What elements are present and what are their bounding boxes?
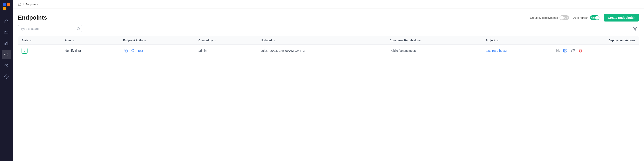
copy-icon[interactable] <box>123 48 128 53</box>
edit-icon[interactable] <box>562 48 568 53</box>
table-row: D identify (iris) <box>18 45 639 57</box>
column-alias[interactable]: Alias ⇅ <box>62 36 120 45</box>
cell-alias: identify (iris) <box>62 45 120 57</box>
svg-line-11 <box>134 51 134 52</box>
cell-created-by: admin <box>195 45 258 57</box>
auto-refresh-label: Auto refresh <box>573 16 588 19</box>
page-title: Endpoints <box>18 14 47 21</box>
sidebar-item-folder[interactable] <box>2 28 11 37</box>
column-state[interactable]: State ⇅ <box>18 36 62 45</box>
svg-rect-1 <box>6 43 6 45</box>
svg-marker-8 <box>633 27 637 30</box>
inspect-icon[interactable] <box>130 48 136 53</box>
cell-state: D <box>18 45 62 57</box>
sidebar-nav <box>0 15 13 83</box>
delete-icon[interactable] <box>578 48 583 53</box>
group-by-toggle[interactable]: Off <box>560 15 569 20</box>
cell-deployment-actions: iris <box>553 45 639 57</box>
test-link[interactable]: Test <box>138 49 143 52</box>
refresh-icon[interactable] <box>570 48 576 53</box>
endpoints-table: State ⇅ Alias ⇅ Endpoint Actions Created… <box>18 36 639 57</box>
table-container: State ⇅ Alias ⇅ Endpoint Actions Created… <box>13 36 644 161</box>
sidebar <box>0 0 13 161</box>
home-breadcrumb-icon[interactable] <box>18 2 21 6</box>
project-link[interactable]: test-1030-beta2 <box>486 49 507 52</box>
app-logo <box>0 0 13 13</box>
svg-point-6 <box>77 27 80 30</box>
breadcrumb-current-page: Endpoints <box>26 3 38 6</box>
search-icon <box>77 27 80 30</box>
column-created-by[interactable]: Created by ⇅ <box>195 36 258 45</box>
deployment-actions-group: iris <box>556 48 635 53</box>
endpoint-actions-group: Test <box>123 48 192 53</box>
table-header: State ⇅ Alias ⇅ Endpoint Actions Created… <box>18 36 639 45</box>
group-by-label: Group by deployments <box>530 16 558 19</box>
filter-icon <box>633 27 637 31</box>
create-endpoint-button[interactable]: Create Endpoint(s) <box>604 14 639 21</box>
header-controls: Group by deployments Off Auto refresh On… <box>530 14 639 21</box>
sidebar-item-chart[interactable] <box>2 39 11 48</box>
column-endpoint-actions: Endpoint Actions <box>120 36 195 45</box>
search-wrapper <box>18 25 82 32</box>
group-by-toggle-label: Off <box>564 16 568 19</box>
column-updated[interactable]: Updated ⇅ <box>258 36 386 45</box>
sidebar-item-endpoints[interactable] <box>2 50 11 59</box>
svg-point-5 <box>6 76 7 77</box>
svg-line-7 <box>79 29 80 30</box>
breadcrumb: / Endpoints <box>13 0 644 9</box>
cell-endpoint-actions: Test <box>120 45 195 57</box>
main-content: / Endpoints Endpoints Group by deploymen… <box>13 0 644 161</box>
sidebar-item-home[interactable] <box>2 17 11 26</box>
breadcrumb-separator: / <box>23 3 24 6</box>
auto-refresh-toggle-label: On <box>591 16 595 19</box>
search-button[interactable] <box>77 27 80 30</box>
svg-rect-0 <box>5 43 6 45</box>
svg-rect-9 <box>126 50 128 52</box>
column-consumer-permissions: Consumer Permissions <box>386 36 482 45</box>
group-by-control: Group by deployments Off <box>530 15 569 20</box>
state-badge: D <box>22 48 28 54</box>
sidebar-item-history[interactable] <box>2 61 11 70</box>
cell-consumer-permissions: Public / anonymous <box>386 45 482 57</box>
sidebar-item-settings[interactable] <box>2 72 11 81</box>
cell-updated: Jul 27, 2023, 9:43:09 AM GMT+2 <box>258 45 386 57</box>
svg-point-10 <box>132 49 134 52</box>
column-deployment-actions: Deployment Actions <box>553 36 639 45</box>
filter-button[interactable] <box>631 25 639 33</box>
svg-point-3 <box>6 54 7 55</box>
cell-project: test-1030-beta2 <box>482 45 553 57</box>
table-body: D identify (iris) <box>18 45 639 57</box>
toolbar <box>13 25 644 36</box>
auto-refresh-toggle[interactable]: On <box>590 15 600 20</box>
column-project[interactable]: Project ⇅ <box>482 36 553 45</box>
auto-refresh-control: Auto refresh On <box>573 15 600 20</box>
svg-rect-2 <box>7 42 8 45</box>
search-input[interactable] <box>18 25 82 32</box>
page-header: Endpoints Group by deployments Off Auto … <box>13 9 644 25</box>
deployment-user: iris <box>556 49 560 52</box>
